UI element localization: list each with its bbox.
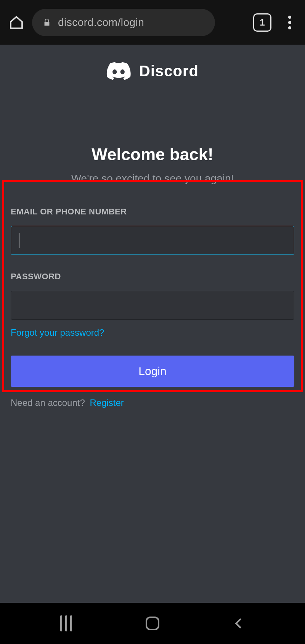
text-caret-icon [19, 233, 19, 248]
tabs-button[interactable]: 1 [253, 13, 271, 32]
password-label: PASSWORD [11, 272, 294, 282]
password-field[interactable] [11, 291, 294, 320]
login-form: EMAIL OR PHONE NUMBER PASSWORD Forgot yo… [0, 204, 305, 408]
discord-logo-icon [106, 62, 131, 80]
lock-icon [43, 18, 51, 27]
browser-menu-button[interactable] [282, 13, 297, 32]
address-bar[interactable]: discord.com/login [32, 9, 215, 36]
login-button[interactable]: Login [11, 356, 294, 387]
kebab-dot-icon [288, 16, 291, 19]
chevron-left-icon [232, 617, 246, 630]
kebab-dot-icon [288, 21, 291, 24]
login-page: Discord Welcome back! We're so excited t… [0, 45, 305, 603]
recents-icon [60, 615, 72, 631]
email-field[interactable] [11, 226, 294, 255]
home-square-icon [146, 617, 159, 630]
need-account-text: Need an account? [11, 398, 85, 408]
url-text: discord.com/login [58, 16, 144, 29]
register-link[interactable]: Register [90, 398, 124, 408]
tab-count: 1 [260, 17, 265, 28]
register-prompt: Need an account? Register [11, 398, 294, 408]
home-icon [9, 15, 24, 30]
home-button[interactable] [143, 613, 162, 633]
recents-button[interactable] [56, 613, 76, 633]
back-button[interactable] [229, 613, 249, 633]
brand-logo: Discord [106, 62, 199, 80]
forgot-password-link[interactable]: Forgot your password? [11, 327, 104, 338]
browser-chrome: discord.com/login 1 [0, 0, 305, 45]
browser-home-button[interactable] [8, 14, 25, 31]
brand-name: Discord [139, 63, 199, 80]
kebab-dot-icon [288, 26, 291, 29]
page-title: Welcome back! [92, 145, 214, 164]
page-subtitle: We're so excited to see you again! [71, 172, 234, 185]
system-nav-bar [0, 603, 305, 644]
email-label: EMAIL OR PHONE NUMBER [11, 207, 294, 217]
